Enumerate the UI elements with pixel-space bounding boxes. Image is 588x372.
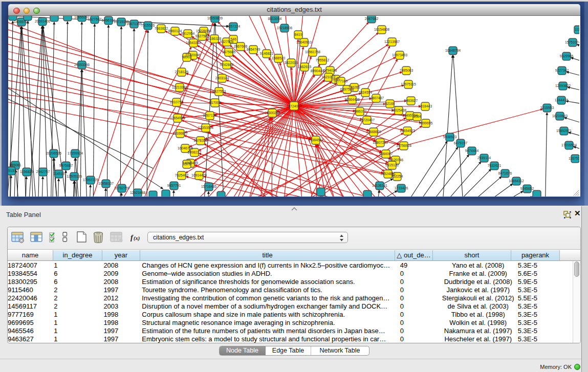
svg-text:7955812: 7955812 xyxy=(316,58,330,62)
svg-text:8678352: 8678352 xyxy=(194,139,208,142)
svg-text:(x): (x) xyxy=(134,235,140,242)
svg-text:12353594: 12353594 xyxy=(198,126,213,129)
svg-text:1167535: 1167535 xyxy=(569,157,579,160)
svg-text:7632621: 7632621 xyxy=(488,164,502,167)
svg-text:10025438: 10025438 xyxy=(391,108,406,112)
svg-text:16914479: 16914479 xyxy=(191,173,207,177)
svg-text:2718126: 2718126 xyxy=(175,70,189,74)
svg-text:98901: 98901 xyxy=(182,55,192,59)
svg-text:3822035: 3822035 xyxy=(285,61,298,64)
svg-text:3824554: 3824554 xyxy=(359,91,373,94)
svg-text:20364436: 20364436 xyxy=(344,98,360,101)
svg-text:1117: 1117 xyxy=(575,28,579,31)
svg-text:10958107: 10958107 xyxy=(98,182,114,185)
svg-text:12505135: 12505135 xyxy=(67,174,82,178)
svg-text:10655287: 10655287 xyxy=(74,16,90,19)
svg-text:16543382: 16543382 xyxy=(186,41,201,45)
svg-text:2803144: 2803144 xyxy=(215,76,229,80)
svg-text:1010755: 1010755 xyxy=(170,100,184,104)
svg-text:917004: 917004 xyxy=(209,101,221,104)
svg-text:7663822: 7663822 xyxy=(155,27,168,30)
svg-text:12975115: 12975115 xyxy=(401,82,416,86)
svg-text:7857224: 7857224 xyxy=(227,25,241,28)
svg-text:16154808: 16154808 xyxy=(374,28,389,31)
svg-text:19384554: 19384554 xyxy=(308,138,323,142)
svg-text:985061: 985061 xyxy=(10,163,21,167)
svg-text:62160: 62160 xyxy=(385,102,395,105)
svg-text:8084: 8084 xyxy=(413,115,421,118)
svg-text:2942757: 2942757 xyxy=(36,170,50,173)
svg-text:8813054: 8813054 xyxy=(268,17,282,20)
svg-text:1562615: 1562615 xyxy=(298,65,312,69)
svg-text:10654112: 10654112 xyxy=(509,179,524,183)
svg-text:19218506: 19218506 xyxy=(277,26,292,30)
svg-text:8912954: 8912954 xyxy=(181,32,195,35)
svg-text:8454749: 8454749 xyxy=(247,48,260,51)
svg-text:7485063: 7485063 xyxy=(400,69,413,72)
svg-text:9463627: 9463627 xyxy=(404,99,418,102)
svg-text:8186328: 8186328 xyxy=(208,37,222,40)
svg-text:114519: 114519 xyxy=(53,172,64,176)
svg-text:5938923: 5938923 xyxy=(443,135,457,139)
svg-text:9899695: 9899695 xyxy=(419,121,433,125)
svg-text:1156829: 1156829 xyxy=(20,170,33,173)
svg-text:1244415: 1244415 xyxy=(555,98,569,102)
svg-text:9245652: 9245652 xyxy=(520,187,534,190)
svg-text:6794028: 6794028 xyxy=(323,69,337,72)
svg-text:7515526: 7515526 xyxy=(141,24,155,27)
svg-text:9146821: 9146821 xyxy=(260,52,274,55)
svg-text:14136141: 14136141 xyxy=(372,184,387,187)
svg-text:9777169: 9777169 xyxy=(334,79,348,83)
svg-text:9327503: 9327503 xyxy=(195,34,209,38)
svg-text:7986372: 7986372 xyxy=(353,110,367,113)
svg-text:8960124: 8960124 xyxy=(168,29,182,33)
svg-text:3675685: 3675685 xyxy=(222,50,236,54)
svg-text:15716485: 15716485 xyxy=(201,185,216,188)
svg-text:6479197: 6479197 xyxy=(454,141,468,145)
svg-text:16210643: 16210643 xyxy=(552,114,568,118)
svg-text:1733426: 1733426 xyxy=(395,186,408,190)
svg-text:252254: 252254 xyxy=(391,174,403,178)
svg-text:19756928: 19756928 xyxy=(396,144,411,147)
svg-text:18724007: 18724007 xyxy=(286,104,301,108)
svg-text:10688609: 10688609 xyxy=(366,130,381,134)
svg-text:20053346: 20053346 xyxy=(74,63,90,67)
svg-text:39157: 39157 xyxy=(8,169,16,172)
svg-text:12093822: 12093822 xyxy=(555,84,571,87)
svg-text:9227342: 9227342 xyxy=(555,69,569,72)
svg-text:15226058: 15226058 xyxy=(196,29,211,33)
svg-text:5498222: 5498222 xyxy=(188,150,202,154)
svg-text:1575: 1575 xyxy=(183,162,190,166)
svg-text:9975887: 9975887 xyxy=(59,164,73,167)
svg-text:2867608: 2867608 xyxy=(234,45,248,48)
svg-text:8267130: 8267130 xyxy=(203,114,217,117)
svg-text:18807249: 18807249 xyxy=(373,141,388,144)
svg-text:8419: 8419 xyxy=(294,33,302,36)
svg-text:15692971: 15692971 xyxy=(556,129,572,133)
svg-text:15751074: 15751074 xyxy=(565,40,579,44)
svg-text:2087682: 2087682 xyxy=(365,17,379,20)
svg-text:546: 546 xyxy=(230,37,236,41)
svg-text:2935114: 2935114 xyxy=(477,156,491,160)
svg-text:12213987: 12213987 xyxy=(384,40,400,43)
svg-text:8990448: 8990448 xyxy=(311,69,324,73)
svg-text:16671355: 16671355 xyxy=(126,22,142,26)
svg-text:9242848: 9242848 xyxy=(220,63,234,67)
svg-text:20691406: 20691406 xyxy=(35,19,50,23)
svg-text:7625402: 7625402 xyxy=(175,173,189,177)
svg-text:16648784: 16648784 xyxy=(445,49,461,52)
svg-text:10807487: 10807487 xyxy=(368,96,384,100)
svg-text:9084067: 9084067 xyxy=(379,152,393,156)
svg-text:16046755: 16046755 xyxy=(178,146,193,150)
svg-text:16782759: 16782759 xyxy=(114,186,129,190)
svg-text:16053809: 16053809 xyxy=(207,16,223,20)
svg-text:15300215: 15300215 xyxy=(265,111,280,115)
svg-text:10973493: 10973493 xyxy=(392,53,407,57)
svg-text:12923448: 12923448 xyxy=(130,191,145,194)
svg-text:12213383: 12213383 xyxy=(172,85,187,89)
svg-text:17016504: 17016504 xyxy=(561,143,577,147)
svg-text:14055712: 14055712 xyxy=(14,20,29,24)
svg-text:19166827: 19166827 xyxy=(172,132,188,135)
svg-text:17957225: 17957225 xyxy=(83,178,98,182)
svg-text:19654923: 19654923 xyxy=(400,129,415,133)
